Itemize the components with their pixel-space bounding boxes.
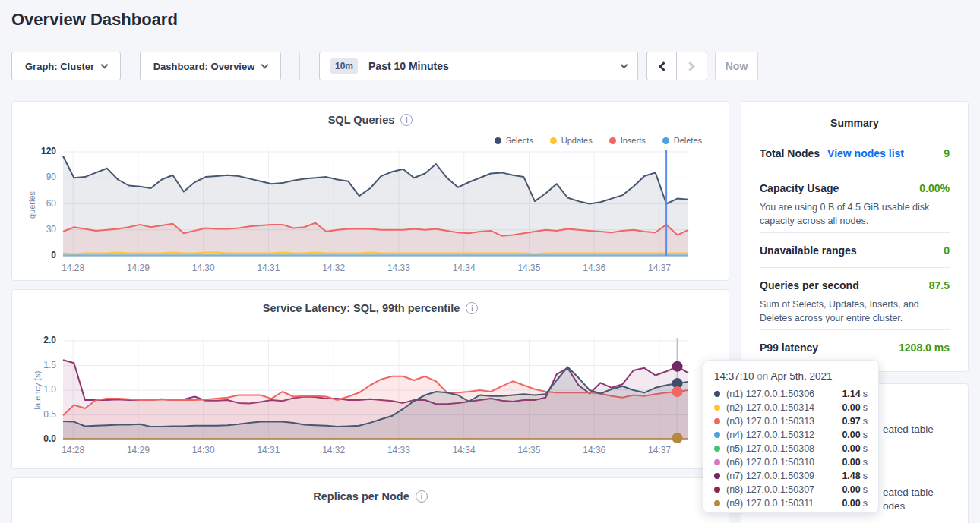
replicas-per-node-title: Replicas per Node — [313, 490, 409, 503]
y-tick-label: 1.5 — [12, 360, 56, 370]
info-icon[interactable]: i — [400, 114, 413, 126]
legend-item-deletes[interactable]: Deletes — [662, 136, 702, 145]
tooltip-node-value: 0.97 — [842, 416, 860, 427]
legend-dot-icon — [662, 137, 669, 144]
x-tick-label: 14:33 — [381, 445, 417, 455]
x-tick-label: 14:31 — [250, 445, 286, 455]
node-color-dot-icon — [714, 418, 720, 424]
qps-value: 87.5 — [929, 279, 950, 291]
x-tick-label: 14:37 — [641, 445, 678, 455]
legend-dot-icon — [609, 137, 616, 144]
tooltip-node-unit: s — [863, 471, 868, 481]
service-latency-plot[interactable] — [63, 338, 688, 441]
y-tick-label: 0 — [12, 250, 56, 260]
divider — [883, 465, 957, 465]
tooltip-node-address: (n6) 127.0.0.1:50310 — [726, 457, 814, 468]
graph-dropdown[interactable]: Graph: Cluster — [11, 52, 121, 80]
x-tick-label: 14:30 — [185, 445, 222, 455]
legend-dot-icon — [495, 137, 501, 144]
view-nodes-list-link[interactable]: View nodes list — [827, 147, 904, 159]
tooltip-node-unit: s — [863, 484, 868, 495]
p99-latency-value: 1208.0 ms — [899, 342, 950, 354]
sql-queries-plot[interactable] — [63, 150, 688, 258]
tooltip-node-unit: s — [863, 402, 868, 413]
tooltip-node-value: 1.14 — [842, 389, 860, 399]
node-color-dot-icon — [714, 459, 720, 465]
tooltip-node-row: (n9) 127.0.0.1:503110.00s — [714, 496, 868, 510]
graph-dropdown-label: Graph: Cluster — [25, 61, 94, 72]
sql-queries-legend: SelectsUpdatesInsertsDeletes — [495, 136, 702, 145]
capacity-usage-desc: You are using 0 B of 4.5 GiB usable disk… — [760, 200, 950, 228]
chevron-down-icon — [101, 61, 109, 68]
divider — [760, 172, 950, 172]
service-latency-x-axis: 14:2814:2914:3014:3114:3214:3314:3414:35… — [63, 445, 688, 457]
tooltip-node-row: (n8) 127.0.0.1:503070.00s — [714, 483, 868, 496]
time-range-label: Past 10 Minutes — [368, 60, 621, 72]
event-item-fragment[interactable]: eated table — [883, 487, 934, 498]
node-color-dot-icon — [714, 446, 720, 452]
tooltip-node-address: (n2) 127.0.0.1:50314 — [726, 402, 814, 413]
legend-label: Deletes — [674, 136, 702, 145]
x-tick-label: 14:28 — [55, 445, 91, 455]
tooltip-node-value: 0.00 — [842, 402, 860, 413]
x-tick-label: 14:29 — [120, 263, 156, 273]
controls-divider — [299, 52, 300, 80]
sql-queries-title: SQL Queries — [328, 114, 395, 126]
tooltip-node-value: 1.48 — [842, 471, 860, 481]
tooltip-node-address: (n4) 127.0.0.1:50312 — [726, 430, 814, 440]
time-back-button[interactable] — [646, 52, 677, 80]
x-tick-label: 14:31 — [250, 263, 286, 273]
summary-heading: Summary — [741, 117, 968, 129]
legend-item-inserts[interactable]: Inserts — [609, 136, 646, 145]
x-tick-label: 14:37 — [641, 263, 678, 273]
time-range-badge: 10m — [330, 58, 358, 74]
dashboard-dropdown[interactable]: Dashboard: Overview — [140, 52, 281, 80]
tooltip-node-address: (n8) 127.0.0.1:50307 — [726, 484, 814, 495]
service-latency-title: Service Latency: SQL, 99th percentile — [263, 302, 460, 314]
x-tick-label: 14:30 — [185, 263, 222, 273]
tooltip-node-row: (n1) 127.0.0.1:503061.14s — [714, 387, 868, 401]
legend-item-updates[interactable]: Updates — [550, 136, 593, 145]
event-item-fragment[interactable]: odes — [883, 500, 905, 512]
node-color-dot-icon — [714, 473, 720, 479]
tooltip-node-unit: s — [863, 457, 868, 468]
tooltip-node-address: (n9) 127.0.0.1:50311 — [726, 498, 814, 509]
time-forward-button[interactable] — [677, 52, 707, 80]
page-title: Overview Dashboard — [11, 10, 178, 30]
tooltip-node-row: (n5) 127.0.0.1:503080.00s — [714, 442, 868, 455]
tooltip-node-address: (n3) 127.0.0.1:50313 — [726, 416, 814, 427]
chevron-left-icon — [659, 61, 669, 71]
event-item-fragment[interactable]: eated table — [883, 424, 934, 435]
time-range-picker[interactable]: 10m Past 10 Minutes — [319, 52, 638, 80]
x-tick-label: 14:35 — [511, 263, 547, 273]
capacity-usage-row: Capacity Usage 0.00% — [760, 182, 950, 194]
service-latency-card: Service Latency: SQL, 99th percentile i … — [11, 289, 729, 469]
tooltip-node-unit: s — [863, 416, 868, 427]
qps-label: Queries per second — [760, 279, 859, 291]
p99-latency-row: P99 latency 1208.0 ms — [760, 342, 950, 354]
node-color-dot-icon — [714, 487, 720, 493]
tooltip-node-row: (n4) 127.0.0.1:503120.00s — [714, 428, 868, 442]
total-nodes-value: 9 — [944, 147, 950, 159]
x-tick-label: 14:36 — [576, 263, 612, 273]
tooltip-node-value: 0.00 — [842, 457, 860, 468]
tooltip-node-row: (n3) 127.0.0.1:503130.97s — [714, 414, 868, 428]
tooltip-node-unit: s — [863, 430, 868, 440]
tooltip-node-address: (n5) 127.0.0.1:50308 — [726, 443, 814, 454]
tooltip-node-unit: s — [863, 389, 868, 399]
node-color-dot-icon — [714, 405, 720, 411]
capacity-usage-label: Capacity Usage — [760, 182, 839, 194]
y-tick-label: 2.0 — [12, 335, 56, 345]
chart-hover-tooltip: 14:37:10 on Apr 5th, 2021 (n1) 127.0.0.1… — [703, 360, 879, 513]
tooltip-node-row: (n2) 127.0.0.1:503140.00s — [714, 401, 868, 414]
now-button[interactable]: Now — [715, 52, 758, 80]
divider — [760, 232, 950, 233]
chevron-right-icon — [685, 61, 695, 71]
tooltip-node-row: (n7) 127.0.0.1:503091.48s — [714, 469, 868, 483]
node-color-dot-icon — [714, 432, 720, 438]
summary-card: Summary Total Nodes View nodes list 9 Ca… — [741, 101, 969, 372]
legend-item-selects[interactable]: Selects — [495, 136, 533, 145]
info-icon[interactable]: i — [466, 302, 478, 314]
tooltip-node-value: 0.00 — [842, 443, 860, 454]
info-icon[interactable]: i — [416, 490, 428, 503]
